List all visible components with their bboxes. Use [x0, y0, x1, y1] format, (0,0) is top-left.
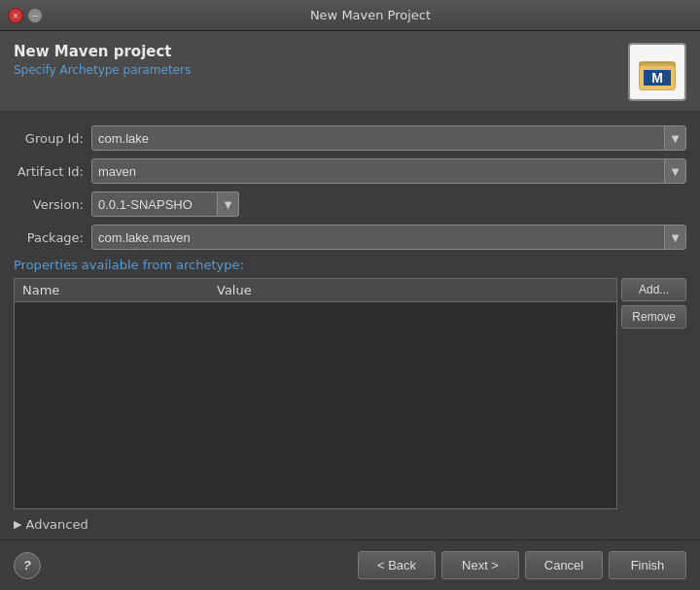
- artifact-id-input-wrap: ▼: [91, 158, 686, 184]
- page-subtitle: Specify Archetype parameters: [14, 63, 191, 77]
- group-id-label: Group Id:: [14, 131, 91, 146]
- package-dropdown[interactable]: ▼: [664, 226, 685, 249]
- group-id-dropdown[interactable]: ▼: [664, 126, 685, 150]
- col-name-header: Name: [15, 279, 209, 302]
- titlebar: × − New Maven Project: [0, 0, 700, 31]
- properties-table-wrap: Name Value: [14, 278, 617, 509]
- version-row: Version: ▼: [14, 191, 686, 217]
- properties-table: Name Value: [15, 279, 616, 302]
- help-button[interactable]: ?: [14, 552, 41, 579]
- back-button[interactable]: < Back: [358, 551, 436, 579]
- add-button[interactable]: Add...: [621, 278, 686, 301]
- artifact-id-dropdown[interactable]: ▼: [664, 159, 685, 183]
- next-button[interactable]: Next >: [441, 551, 519, 579]
- properties-buttons: Add... Remove: [621, 278, 686, 509]
- minimize-button[interactable]: −: [27, 8, 43, 23]
- advanced-arrow-icon: ▶: [14, 518, 21, 531]
- header-text: New Maven project Specify Archetype para…: [14, 43, 191, 77]
- cancel-button[interactable]: Cancel: [525, 551, 603, 579]
- package-row: Package: ▼: [14, 225, 686, 250]
- navigation-buttons: < Back Next > Cancel Finish: [358, 551, 686, 579]
- header-section: New Maven project Specify Archetype para…: [0, 31, 700, 112]
- titlebar-title: New Maven Project: [49, 8, 692, 22]
- remove-button[interactable]: Remove: [621, 305, 686, 329]
- package-input[interactable]: [92, 226, 664, 249]
- version-wrap: ▼: [91, 191, 239, 217]
- artifact-id-input[interactable]: [92, 159, 664, 183]
- version-label: Version:: [14, 197, 91, 212]
- properties-label: Properties available from archetype:: [14, 258, 686, 272]
- properties-table-header: Name Value: [15, 279, 616, 302]
- page-title: New Maven project: [14, 43, 191, 60]
- svg-text:M: M: [651, 70, 663, 86]
- advanced-label: Advanced: [25, 517, 88, 532]
- col-value-header: Value: [209, 279, 616, 302]
- artifact-id-row: Artifact Id: ▼: [14, 158, 686, 184]
- artifact-id-label: Artifact Id:: [14, 164, 91, 179]
- close-button[interactable]: ×: [8, 8, 23, 23]
- maven-icon: M: [628, 43, 686, 101]
- advanced-section[interactable]: ▶ Advanced: [14, 517, 686, 532]
- group-id-input-wrap: ▼: [91, 125, 686, 151]
- version-input[interactable]: [91, 191, 218, 217]
- form-area: Group Id: ▼ Artifact Id: ▼ Version: ▼ Pa…: [0, 112, 700, 539]
- finish-button[interactable]: Finish: [609, 551, 686, 579]
- group-id-input[interactable]: [92, 126, 664, 150]
- maven-logo-svg: M: [636, 51, 679, 93]
- package-label: Package:: [14, 230, 91, 245]
- titlebar-buttons: × −: [8, 8, 43, 23]
- group-id-row: Group Id: ▼: [14, 125, 686, 151]
- properties-area: Name Value Add... Remove: [14, 278, 686, 509]
- main-content: New Maven project Specify Archetype para…: [0, 31, 700, 590]
- bottom-bar: ? < Back Next > Cancel Finish: [0, 539, 700, 590]
- package-input-wrap: ▼: [91, 225, 686, 250]
- version-dropdown[interactable]: ▼: [218, 191, 239, 217]
